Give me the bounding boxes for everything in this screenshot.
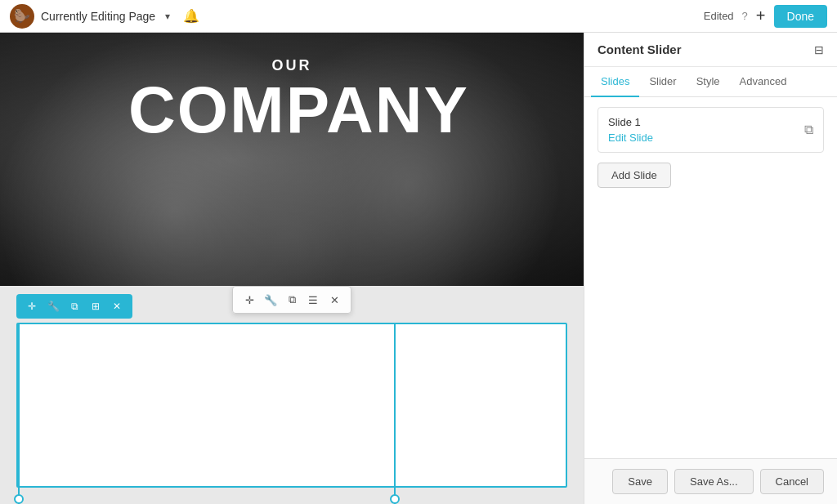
top-bar: 🦫 Currently Editing Page ▾ 🔔 Edited ? + … [0, 0, 837, 33]
slider-columns-icon[interactable]: ⊞ [87, 297, 105, 315]
add-slide-button[interactable]: Add Slide [598, 163, 671, 188]
edit-slide-link[interactable]: Edit Slide [608, 132, 653, 144]
hero-text-our: OUR [169, 57, 414, 74]
main-area: OUR COMPANY ✛ 🔧 ⧉ ☰ ✕ ✛ 🔧 ⧉ ⊞ ✕ [0, 33, 837, 504]
hero-toolbar: ✛ 🔧 ⧉ ☰ ✕ [232, 286, 351, 314]
slide-1-label: Slide 1 [608, 116, 653, 128]
slider-element-toolbar: ✛ 🔧 ⧉ ⊞ ✕ [16, 294, 132, 319]
delete-icon[interactable]: ✕ [325, 290, 344, 310]
right-guide-line [394, 323, 396, 504]
chevron-down-icon: ▾ [165, 11, 170, 22]
settings-icon[interactable]: 🔧 [261, 290, 280, 310]
menu-icon[interactable]: ☰ [303, 290, 323, 310]
page-canvas: OUR COMPANY ✛ 🔧 ⧉ ☰ ✕ ✛ 🔧 ⧉ ⊞ ✕ [0, 33, 584, 504]
slider-move-icon[interactable]: ✛ [23, 297, 41, 315]
move-icon[interactable]: ✛ [239, 290, 259, 310]
bell-icon: 🔔 [183, 9, 199, 23]
cancel-button[interactable]: Cancel [760, 469, 824, 494]
circle-handle-right[interactable] [390, 494, 400, 504]
hero-section: OUR COMPANY [0, 33, 584, 286]
slide-1-card: Slide 1 Edit Slide ⧉ [598, 107, 824, 153]
logo-icon: 🦫 [14, 8, 30, 24]
chevron-down-button[interactable]: ▾ [162, 7, 173, 25]
topbar-right: Edited ? + Done [704, 5, 827, 28]
logo: 🦫 [10, 4, 34, 29]
save-as-button[interactable]: Save As... [674, 469, 754, 494]
done-button[interactable]: Done [774, 5, 827, 28]
add-button[interactable]: + [756, 7, 766, 25]
panel-footer: Save Save As... Cancel [584, 458, 837, 504]
slide-card-info: Slide 1 Edit Slide [608, 116, 653, 144]
tab-advanced[interactable]: Advanced [730, 67, 797, 97]
left-guide-line [18, 323, 20, 504]
panel-header: Content Slider ⊟ [584, 33, 837, 67]
tab-style[interactable]: Style [687, 67, 730, 97]
panel-content: Slide 1 Edit Slide ⧉ Add Slide [584, 97, 837, 458]
copy-element-icon[interactable]: ⧉ [282, 290, 302, 310]
slider-settings-icon[interactable]: 🔧 [44, 297, 62, 315]
save-button[interactable]: Save [612, 469, 668, 494]
panel-title: Content Slider [598, 42, 682, 56]
edited-status: Edited [704, 10, 734, 22]
slide-copy-icon[interactable]: ⧉ [804, 123, 813, 137]
tab-slider[interactable]: Slider [639, 67, 686, 97]
content-slider-panel: Content Slider ⊟ Slides Slider Style Adv… [584, 33, 837, 504]
slider-element[interactable] [16, 323, 567, 488]
panel-tabs: Slides Slider Style Advanced [584, 67, 837, 97]
hero-text-company: COMPANY [128, 78, 455, 143]
notifications-button[interactable]: 🔔 [180, 5, 203, 27]
currently-editing-label: Currently Editing Page [41, 10, 155, 23]
help-icon[interactable]: ? [742, 10, 748, 22]
circle-handle-left[interactable] [14, 494, 24, 504]
tab-slides[interactable]: Slides [591, 67, 639, 97]
slider-copy-icon[interactable]: ⧉ [65, 297, 83, 315]
panel-collapse-button[interactable]: ⊟ [814, 43, 824, 56]
slider-delete-icon[interactable]: ✕ [108, 297, 126, 315]
